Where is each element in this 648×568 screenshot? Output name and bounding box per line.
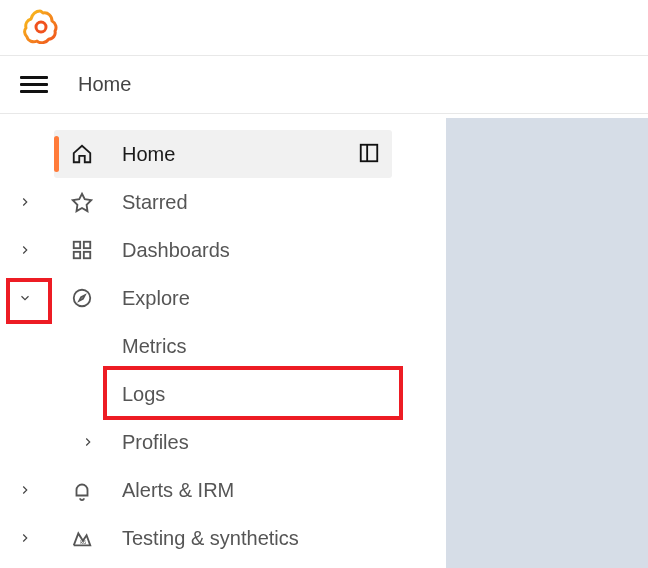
active-indicator — [54, 136, 59, 172]
bell-icon — [70, 478, 94, 502]
sidebar-subitem-logs[interactable]: Logs — [0, 370, 440, 418]
svg-rect-4 — [74, 242, 80, 248]
svg-point-8 — [74, 290, 91, 307]
svg-point-0 — [36, 22, 46, 32]
sidebar-subitem-profiles[interactable]: Profiles — [0, 418, 440, 466]
menu-toggle-button[interactable] — [18, 69, 50, 101]
sidebar-item-label: Testing & synthetics — [122, 527, 299, 550]
sidebar-item-label: Alerts & IRM — [122, 479, 234, 502]
sidebar-item-label: Explore — [122, 287, 190, 310]
sidebar-subitem-metrics[interactable]: Metrics — [0, 322, 440, 370]
content-preview-panel — [446, 118, 648, 568]
dock-panel-icon[interactable] — [358, 142, 382, 166]
sidebar-item-label: Logs — [122, 383, 165, 406]
sidebar-item-alerts[interactable]: Alerts & IRM — [0, 466, 440, 514]
breadcrumb-title[interactable]: Home — [78, 73, 131, 96]
sidebar-item-starred[interactable]: Starred — [0, 178, 440, 226]
sidebar-item-dashboards[interactable]: Dashboards — [0, 226, 440, 274]
sidebar-item-label: Dashboards — [122, 239, 230, 262]
grafana-logo-icon — [22, 8, 58, 48]
svg-rect-7 — [84, 252, 90, 258]
svg-marker-9 — [79, 295, 85, 301]
sidebar-item-home[interactable]: Home — [54, 130, 392, 178]
sidebar-item-testing[interactable]: k6 Testing & synthetics — [0, 514, 440, 562]
sidebar-item-label: Metrics — [122, 335, 186, 358]
chevron-right-icon[interactable] — [80, 434, 96, 450]
chevron-right-icon[interactable] — [17, 242, 33, 258]
sidebar-item-label: Home — [122, 143, 175, 166]
chevron-right-icon[interactable] — [17, 194, 33, 210]
svg-rect-1 — [361, 145, 378, 162]
compass-icon — [70, 286, 94, 310]
sidebar-nav: Home Starred Dashboards Explore — [0, 114, 440, 562]
chevron-down-icon[interactable] — [17, 290, 33, 306]
chevron-right-icon[interactable] — [17, 482, 33, 498]
breadcrumb: Home — [0, 56, 648, 114]
star-icon — [70, 190, 94, 214]
svg-rect-6 — [74, 252, 80, 258]
sidebar-item-explore[interactable]: Explore — [0, 274, 440, 322]
chevron-right-icon[interactable] — [17, 530, 33, 546]
home-icon — [70, 142, 94, 166]
svg-marker-3 — [73, 194, 91, 211]
sidebar-item-label: Profiles — [122, 431, 189, 454]
grid-icon — [70, 238, 94, 262]
sidebar-item-label: Starred — [122, 191, 188, 214]
svg-rect-5 — [84, 242, 90, 248]
k6-icon: k6 — [70, 526, 94, 550]
svg-text:k6: k6 — [80, 539, 86, 545]
